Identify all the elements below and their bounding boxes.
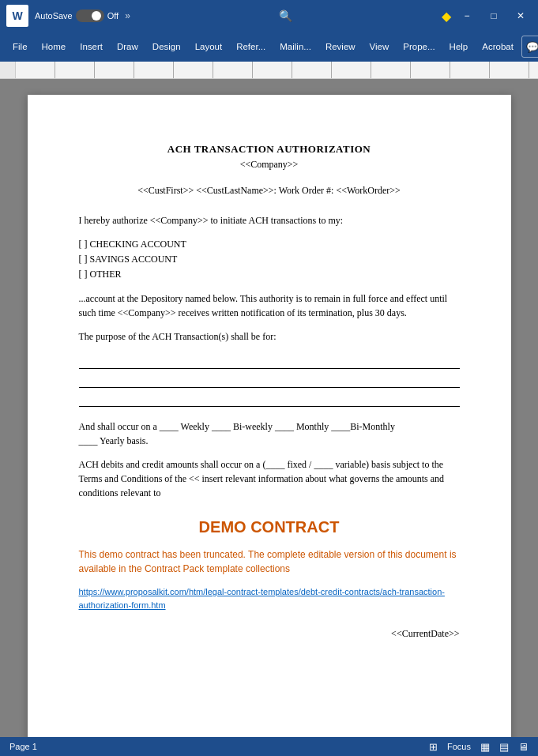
focus-icon[interactable]: ⊞ (429, 741, 438, 753)
document-paragraph-2: ...account at the Depository named below… (79, 291, 460, 320)
print-layout-icon[interactable]: ▤ (499, 741, 509, 753)
search-button[interactable]: 🔍 (275, 5, 297, 27)
ruler (0, 62, 538, 79)
demo-contract-description: This demo contract has been truncated. T… (79, 547, 460, 576)
menu-review[interactable]: Review (319, 39, 362, 55)
document-customer-line: <<CustFirst>> <<CustLastName>>: Work Ord… (79, 184, 460, 197)
toggle-state-label: Off (107, 11, 119, 21)
menu-home[interactable]: Home (36, 39, 73, 55)
menu-view[interactable]: View (363, 39, 396, 55)
menu-file[interactable]: File (6, 39, 34, 55)
document-page[interactable]: ACH TRANSACTION AUTHORIZATION <<Company>… (28, 95, 511, 737)
menu-help[interactable]: Help (443, 39, 475, 55)
status-bar-right: ⊞ Focus ▦ ▤ 🖥 (429, 741, 529, 753)
diamond-icon: ◆ (442, 9, 451, 24)
autosave-toggle[interactable] (76, 9, 104, 22)
document-paragraph-1: I hereby authorize <<Company>> to initia… (79, 213, 460, 228)
word-app-icon: W (6, 5, 28, 27)
expand-arrows[interactable]: » (125, 10, 130, 21)
menu-properties[interactable]: Prope... (397, 39, 441, 55)
ruler-tab (0, 62, 16, 79)
menu-bar-right: 💬 ✏ Editing ▾ (521, 36, 538, 58)
signature-line-2 (79, 372, 460, 388)
demo-contract-link[interactable]: https://www.proposalkit.com/htm/legal-co… (79, 585, 460, 611)
comment-icon: 💬 (526, 41, 538, 53)
document-paragraph-4: And shall occur on a ____ Weekly ____ Bi… (79, 419, 460, 448)
menu-references[interactable]: Refer... (230, 39, 272, 55)
search-icon: 🔍 (279, 9, 292, 22)
checklist-item-other: [ ] OTHER (79, 267, 460, 282)
signature-line-3 (79, 391, 460, 407)
document-title: ACH TRANSACTION AUTHORIZATION (79, 142, 460, 156)
document-signature-lines (79, 353, 460, 407)
menu-acrobat[interactable]: Acrobat (476, 39, 520, 55)
title-bar-middle: 🔍 (137, 5, 435, 27)
autosave-area: AutoSave Off (35, 9, 119, 22)
minimize-button[interactable]: − (456, 5, 478, 27)
focus-label[interactable]: Focus (447, 742, 471, 751)
title-bar: W AutoSave Off » 🔍 ◆ − □ ✕ (0, 0, 538, 32)
checklist-item-savings: [ ] SAVINGS ACCOUNT (79, 252, 460, 267)
menu-mailings[interactable]: Mailin... (273, 39, 318, 55)
checklist-item-checking: [ ] CHECKING ACCOUNT (79, 237, 460, 252)
demo-contract-title: DEMO CONTRACT (79, 516, 460, 538)
main-document-area: ACH TRANSACTION AUTHORIZATION <<Company>… (0, 79, 538, 737)
title-bar-right: ◆ − □ ✕ (442, 5, 532, 27)
page-label: Page 1 (9, 742, 37, 751)
comment-button[interactable]: 💬 (521, 36, 538, 58)
menu-draw[interactable]: Draw (111, 39, 145, 55)
document-date-placeholder: <<CurrentDate>> (79, 627, 460, 641)
menu-bar: File Home Insert Draw Design Layout Refe… (0, 32, 538, 62)
document-paragraph-5: ACH debits and credit amounts shall occu… (79, 457, 460, 500)
toggle-knob (92, 11, 101, 21)
menu-design[interactable]: Design (146, 39, 187, 55)
menu-insert[interactable]: Insert (73, 39, 109, 55)
document-company-placeholder: <<Company>> (79, 158, 460, 171)
autosave-label: AutoSave (35, 11, 73, 21)
web-layout-icon[interactable]: 🖥 (518, 741, 529, 753)
layout-icon[interactable]: ▦ (480, 741, 490, 753)
ruler-scale (16, 62, 538, 78)
document-checklist: [ ] CHECKING ACCOUNT [ ] SAVINGS ACCOUNT… (79, 237, 460, 283)
close-button[interactable]: ✕ (510, 5, 532, 27)
page-indicator: Page 1 (9, 742, 37, 751)
menu-layout[interactable]: Layout (189, 39, 229, 55)
document-paragraph-3: The purpose of the ACH Transaction(s) sh… (79, 329, 460, 344)
maximize-button[interactable]: □ (483, 5, 505, 27)
status-bar: Page 1 ⊞ Focus ▦ ▤ 🖥 (0, 737, 538, 756)
signature-line-1 (79, 353, 460, 369)
